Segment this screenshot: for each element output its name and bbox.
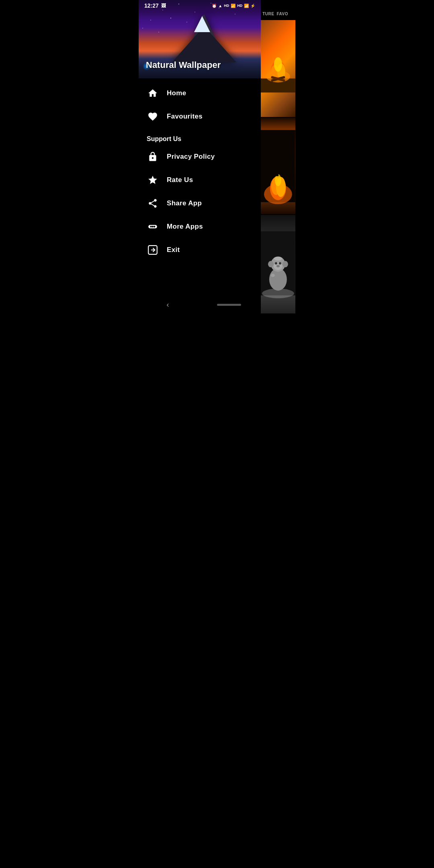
more-apps-label: More Apps bbox=[167, 223, 203, 231]
nav-section: Home Favourites Support Us bbox=[139, 78, 261, 313]
more-apps-icon-svg bbox=[147, 221, 158, 232]
monkey-svg bbox=[261, 215, 295, 312]
svg-point-2 bbox=[152, 226, 154, 227]
nav-item-favourites[interactable]: Favourites bbox=[139, 105, 261, 128]
svg-point-28 bbox=[283, 261, 288, 268]
screenshot-icon: 🖼 bbox=[161, 3, 166, 8]
hd-badge-2: HD bbox=[237, 4, 242, 8]
content-peek-panel: TURE FAVO bbox=[261, 0, 295, 313]
privacy-policy-label: Privacy Policy bbox=[167, 153, 215, 161]
svg-point-34 bbox=[271, 274, 275, 277]
nav-item-home[interactable]: Home bbox=[139, 82, 261, 105]
peek-tabs-area: TURE FAVO bbox=[261, 0, 295, 16]
home-label: Home bbox=[167, 89, 186, 97]
exit-icon-svg bbox=[147, 245, 158, 255]
campfire-person-svg bbox=[261, 118, 295, 215]
peek-image-campfire-1[interactable] bbox=[261, 20, 295, 117]
back-button[interactable]: ‹ bbox=[159, 298, 177, 311]
status-icons: ⏰ ▲ HD 📶 HD 📶 ⚡ bbox=[212, 4, 255, 8]
peek-image-campfire-person[interactable] bbox=[261, 118, 295, 215]
peek-images-container bbox=[261, 20, 295, 313]
star-icon bbox=[147, 174, 159, 186]
drawer-title: Natural Wallpaper bbox=[146, 60, 221, 70]
alarm-icon: ⏰ bbox=[212, 4, 217, 8]
nav-item-more-apps[interactable]: More Apps bbox=[139, 215, 261, 238]
exit-icon bbox=[147, 244, 159, 256]
svg-point-33 bbox=[274, 257, 282, 261]
heart-icon bbox=[147, 111, 159, 123]
wifi-icon: ▲ bbox=[218, 4, 222, 8]
svg-point-1 bbox=[150, 226, 152, 227]
svg-point-3 bbox=[154, 226, 155, 227]
status-time-area: 12:27 🖼 bbox=[144, 2, 166, 9]
status-bar: 12:27 🖼 ⏰ ▲ HD 📶 HD 📶 ⚡ bbox=[139, 0, 261, 10]
more-apps-icon bbox=[147, 221, 159, 233]
share-app-label: Share App bbox=[167, 199, 202, 207]
support-section-header: Support Us bbox=[139, 128, 261, 145]
heart-icon-svg bbox=[147, 111, 158, 122]
rate-us-label: Rate Us bbox=[167, 176, 193, 184]
signal-icon-1: 📶 bbox=[231, 4, 235, 8]
share-icon bbox=[147, 197, 159, 209]
mountain-snow bbox=[194, 16, 210, 32]
nav-item-rate-us[interactable]: Rate Us bbox=[139, 168, 261, 192]
svg-point-31 bbox=[279, 262, 281, 265]
lock-icon-svg bbox=[147, 151, 158, 162]
exit-label: Exit bbox=[167, 246, 180, 254]
star-icon-svg bbox=[147, 175, 158, 185]
bottom-navigation-bar: ‹ bbox=[139, 297, 261, 313]
drawer-panel: 12:27 🖼 ⏰ ▲ HD 📶 HD 📶 ⚡ Natural Wallpape bbox=[139, 0, 261, 313]
battery-icon: ⚡ bbox=[250, 4, 255, 8]
tab-feature[interactable]: TURE bbox=[262, 12, 274, 16]
svg-point-32 bbox=[276, 265, 280, 268]
home-indicator[interactable] bbox=[217, 304, 241, 306]
home-icon-svg bbox=[147, 88, 158, 98]
signal-icon-2: 📶 bbox=[244, 4, 249, 8]
nav-item-privacy-policy[interactable]: Privacy Policy bbox=[139, 145, 261, 168]
svg-point-27 bbox=[268, 261, 274, 268]
home-icon bbox=[147, 87, 159, 99]
svg-point-30 bbox=[275, 262, 277, 265]
svg-rect-19 bbox=[273, 154, 278, 176]
nav-item-share-app[interactable]: Share App bbox=[139, 192, 261, 215]
peek-image-monkey[interactable] bbox=[261, 215, 295, 313]
status-time: 12:27 bbox=[144, 2, 159, 9]
nav-item-exit[interactable]: Exit bbox=[139, 238, 261, 262]
tab-favourite[interactable]: FAVO bbox=[276, 12, 288, 16]
hd-badge-1: HD bbox=[224, 4, 229, 8]
drawer-header: Natural Wallpaper bbox=[139, 0, 261, 78]
campfire-svg-1 bbox=[261, 20, 295, 117]
share-icon-svg bbox=[147, 198, 158, 209]
app-layout: 12:27 🖼 ⏰ ▲ HD 📶 HD 📶 ⚡ Natural Wallpape bbox=[139, 0, 295, 313]
lock-icon bbox=[147, 151, 159, 163]
svg-point-20 bbox=[272, 147, 279, 155]
svg-point-10 bbox=[274, 57, 282, 72]
favourites-label: Favourites bbox=[167, 113, 203, 121]
